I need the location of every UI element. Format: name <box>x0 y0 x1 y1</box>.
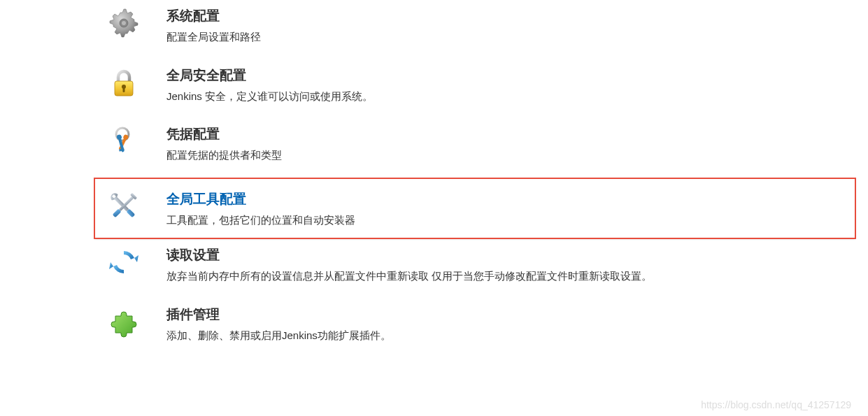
item-desc: Jenkins 安全，定义谁可以访问或使用系统。 <box>166 89 868 105</box>
item-title: 插件管理 <box>166 306 868 324</box>
watermark: https://blog.csdn.net/qq_41257129 <box>701 399 851 410</box>
svg-point-1 <box>122 21 126 25</box>
puzzle-icon <box>106 304 141 339</box>
menu-item-credentials-config[interactable]: 凭据配置 配置凭据的提供者和类型 <box>106 118 868 178</box>
item-title: 全局工具配置 <box>166 190 855 208</box>
item-title: 凭据配置 <box>166 125 868 143</box>
menu-item-global-tools-config[interactable]: 全局工具配置 工具配置，包括它们的位置和自动安装器 <box>94 178 856 240</box>
item-title: 读取设置 <box>166 246 868 264</box>
keys-icon <box>106 124 141 159</box>
item-desc: 添加、删除、禁用或启用Jenkins功能扩展插件。 <box>166 328 868 344</box>
menu-item-reload-config[interactable]: 读取设置 放弃当前内存中所有的设置信息并从配置文件中重新读取 仅用于当您手动修改… <box>106 239 868 299</box>
gear-icon <box>106 6 141 41</box>
menu-item-system-config[interactable]: 系统配置 配置全局设置和路径 <box>106 0 868 59</box>
item-desc: 配置凭据的提供者和类型 <box>166 148 868 164</box>
menu-item-security-config[interactable]: 全局安全配置 Jenkins 安全，定义谁可以访问或使用系统。 <box>106 59 868 119</box>
item-desc: 放弃当前内存中所有的设置信息并从配置文件中重新读取 仅用于当您手动修改配置文件时… <box>166 268 868 285</box>
svg-rect-4 <box>123 87 125 92</box>
reload-icon <box>106 245 141 280</box>
menu-item-plugin-manager[interactable]: 插件管理 添加、删除、禁用或启用Jenkins功能扩展插件。 <box>106 299 868 347</box>
tools-icon <box>106 189 141 224</box>
lock-icon <box>106 65 141 100</box>
item-title: 系统配置 <box>166 7 868 25</box>
item-desc: 配置全局设置和路径 <box>166 29 868 45</box>
item-desc: 工具配置，包括它们的位置和自动安装器 <box>166 213 855 229</box>
item-title: 全局安全配置 <box>166 66 868 85</box>
